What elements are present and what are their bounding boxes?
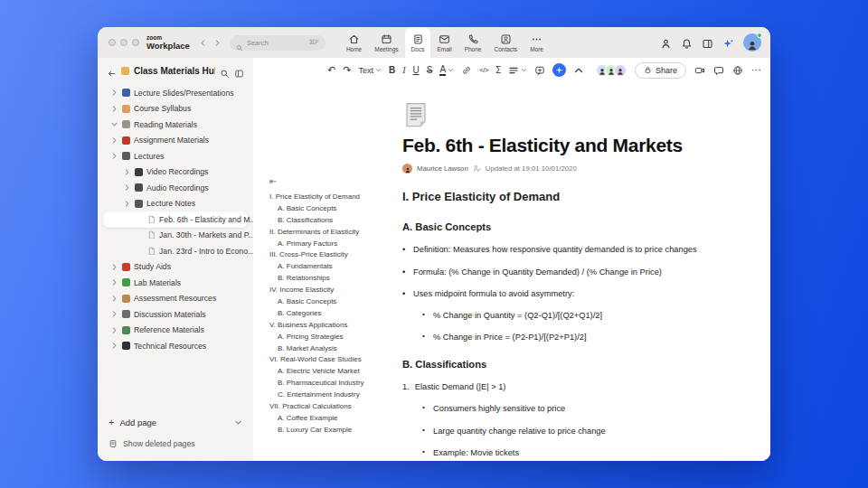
- outline-item-vii-practical-calculations[interactable]: VII. Practical Calculations: [269, 402, 401, 414]
- account-icon[interactable]: [660, 37, 672, 49]
- outline-item-a-pricing-strategies[interactable]: A. Pricing Strategies: [269, 333, 401, 344]
- sidebar-item-reading-materials[interactable]: Reading Materials: [103, 117, 248, 133]
- back-button[interactable]: [197, 36, 210, 49]
- close-button[interactable]: [108, 39, 116, 46]
- outline-item-a-primary-factors[interactable]: A. Primary Factors: [269, 239, 401, 251]
- chevron-right-icon[interactable]: [110, 105, 118, 113]
- outline-item-a-electric-vehicle-market[interactable]: A. Electric Vehicle Market: [269, 367, 401, 379]
- chevron-right-icon[interactable]: [110, 263, 118, 271]
- chevron-right-icon[interactable]: [110, 89, 118, 97]
- add-page-button[interactable]: + Add page: [108, 417, 242, 427]
- sidebar-search-icon[interactable]: [220, 66, 230, 76]
- chevron-right-icon[interactable]: [110, 342, 118, 350]
- italic-button[interactable]: I: [402, 65, 405, 75]
- ai-companion-sparkle-icon[interactable]: [722, 37, 734, 49]
- doc-bullet[interactable]: Consumers highly sensitive to price: [402, 403, 766, 414]
- chevron-right-icon[interactable]: [123, 183, 131, 192]
- doc-page-icon[interactable]: [402, 101, 429, 128]
- outline-item-b-market-analysis[interactable]: B. Market Analysis: [269, 344, 401, 356]
- sidebar-item-lecture-slides-presentations[interactable]: Lecture Slides/Presentations: [103, 85, 248, 101]
- notifications-bell-icon[interactable]: [681, 37, 693, 49]
- sidebar-item-audio-recordings[interactable]: Audio Recordings: [103, 180, 248, 196]
- underline-button[interactable]: U: [413, 65, 420, 75]
- doc-blocks[interactable]: I. Price Elasticity of DemandA. Basic Co…: [402, 190, 766, 461]
- outline-item-b-categories[interactable]: B. Categories: [269, 309, 401, 321]
- bold-button[interactable]: B: [389, 65, 395, 75]
- sidebar-item-jan-30th-markets-and-p[interactable]: Jan. 30th - Markets and P...: [103, 228, 248, 244]
- doc-heading-b-classifications[interactable]: B. Classifications: [402, 358, 766, 371]
- outline-item-b-classifications[interactable]: B. Classifications: [269, 216, 401, 228]
- collapse-sidebar-icon[interactable]: [234, 66, 244, 76]
- minimize-button[interactable]: [120, 39, 127, 46]
- doc-bullet[interactable]: Uses midpoint formula to avoid asymmetry…: [402, 288, 766, 299]
- tab-meetings[interactable]: Meetings: [368, 27, 404, 58]
- sidebar-item-lectures[interactable]: Lectures: [103, 148, 248, 164]
- sidebar-item-study-aids[interactable]: Study Aids: [103, 259, 248, 276]
- chevron-right-icon[interactable]: [123, 200, 131, 208]
- outline-item-iv-income-elasticity[interactable]: IV. Income Elasticity: [269, 286, 401, 297]
- tab-email[interactable]: Email: [430, 27, 458, 58]
- side-panel-icon[interactable]: [702, 37, 713, 49]
- sidebar-item-video-recordings[interactable]: Video Recordings: [103, 164, 248, 181]
- equation-button[interactable]: Σ: [495, 65, 501, 75]
- link-icon[interactable]: [461, 65, 472, 76]
- list-format-dropdown[interactable]: [508, 65, 527, 76]
- doc-heading-i-price-elasticity-of-demand[interactable]: I. Price Elasticity of Demand: [402, 190, 766, 205]
- doc-bullet[interactable]: Definition: Measures how responsive quan…: [402, 244, 766, 255]
- insert-block-button[interactable]: [552, 63, 566, 77]
- back-arrow-icon[interactable]: [107, 66, 117, 76]
- strikethrough-button[interactable]: S: [427, 65, 433, 75]
- sidebar-item-technical-resources[interactable]: Technical Resources: [103, 338, 248, 354]
- doc-numbered-item[interactable]: 1.Elastic Demand (|E| > 1): [402, 381, 766, 392]
- collaborator-avatar[interactable]: [614, 64, 627, 77]
- outline-item-a-basic-concepts[interactable]: A. Basic Concepts: [269, 297, 401, 309]
- sidebar-item-assessment-resources[interactable]: Assessment Resources: [103, 291, 248, 307]
- add-page-chevron-down-icon[interactable]: [234, 418, 242, 427]
- outline-item-b-pharmaceutical-industry[interactable]: B. Pharmaceutical Industry: [269, 379, 401, 390]
- user-avatar[interactable]: [743, 33, 761, 52]
- comments-icon[interactable]: [713, 65, 724, 76]
- code-block-button[interactable]: </>: [479, 66, 488, 74]
- doc-bullet[interactable]: Formula: (% Change in Quantity Demanded)…: [402, 267, 766, 277]
- chevron-right-icon[interactable]: [123, 168, 131, 176]
- show-deleted-pages-button[interactable]: Show deleted pages: [108, 439, 242, 448]
- tab-more[interactable]: More: [524, 27, 550, 58]
- sidebar-item-reference-materials[interactable]: Reference Materials: [103, 323, 248, 339]
- chevron-right-icon[interactable]: [110, 326, 118, 334]
- sidebar-item-discussion-materials[interactable]: Discussion Materials: [103, 306, 248, 323]
- tab-home[interactable]: Home: [340, 27, 368, 58]
- doc-title[interactable]: Feb. 6th - Elasticity and Markets: [402, 135, 766, 156]
- outline-item-i-price-elasticity-of-demand[interactable]: I. Price Elasticity of Demand: [269, 192, 401, 204]
- doc-bullet[interactable]: Large quantity change relative to price …: [402, 426, 766, 436]
- doc-bullet[interactable]: % Change in Quantity = (Q2-Q1)/[(Q2+Q1)/…: [402, 310, 766, 321]
- tab-contacts[interactable]: Contacts: [487, 27, 524, 58]
- outline-item-iii-cross-price-elasticity[interactable]: III. Cross-Price Elasticity: [269, 250, 401, 262]
- more-options-icon[interactable]: ⋯: [751, 64, 761, 76]
- outline-item-b-luxury-car-example[interactable]: B. Luxury Car Example: [269, 426, 401, 437]
- chevron-right-icon[interactable]: [110, 310, 118, 318]
- chevron-right-icon[interactable]: [110, 295, 118, 303]
- global-search-input[interactable]: Search ⌘F: [230, 35, 326, 51]
- sidebar-item-lecture-notes[interactable]: Lecture Notes: [103, 196, 248, 212]
- forward-button[interactable]: [212, 36, 224, 49]
- text-style-dropdown[interactable]: Text: [358, 66, 382, 75]
- collapse-toolbar-chevron-up-icon[interactable]: [573, 65, 584, 76]
- outline-item-a-basic-concepts[interactable]: A. Basic Concepts: [269, 204, 401, 216]
- sidebar-item-lab-materials[interactable]: Lab Materials: [103, 275, 248, 291]
- chevron-right-icon[interactable]: [110, 136, 118, 145]
- outline-item-b-relationships[interactable]: B. Relationships: [269, 274, 401, 286]
- sidebar-item-course-syllabus[interactable]: Course Syllabus: [103, 101, 248, 117]
- chevron-right-icon[interactable]: [110, 278, 118, 286]
- add-comment-icon[interactable]: [534, 65, 545, 76]
- chevron-down-icon[interactable]: [110, 120, 118, 128]
- outline-item-a-coffee-example[interactable]: A. Coffee Example: [269, 414, 401, 426]
- outline-item-c-entertainment-industry[interactable]: C. Entertainment Industry: [269, 390, 401, 402]
- outline-item-a-fundamentals[interactable]: A. Fundamentals: [269, 262, 401, 274]
- redo-icon[interactable]: ↷: [343, 64, 351, 76]
- video-camera-icon[interactable]: [694, 65, 705, 76]
- outline-item-v-business-applications[interactable]: V. Business Applications: [269, 321, 401, 333]
- tab-phone[interactable]: Phone: [458, 27, 488, 58]
- sidebar-item-feb-6th-elasticity-and-m[interactable]: Feb. 6th - Elasticity and M...: [103, 211, 248, 228]
- outline-item-vi-real-world-case-studies[interactable]: VI. Real-World Case Studies: [269, 355, 401, 367]
- doc-bullet[interactable]: Example: Movie tickets: [402, 447, 766, 458]
